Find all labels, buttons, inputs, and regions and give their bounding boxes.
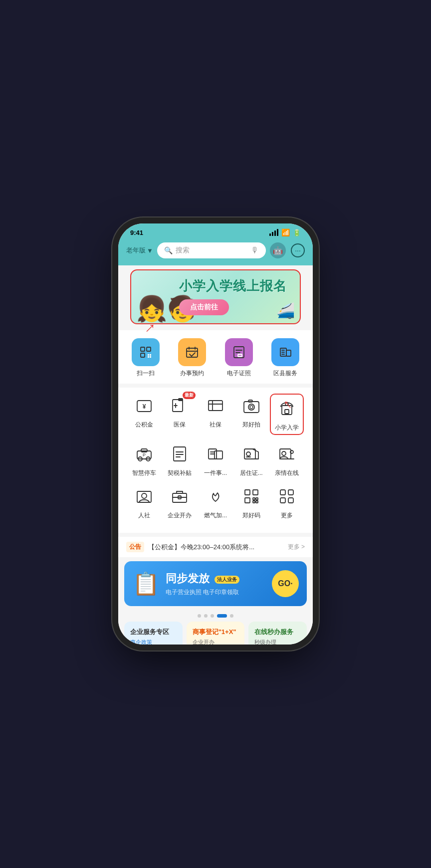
school-enrollment-banner[interactable]: 👧🧒 小学入学线上报名 点击前往 🚄 (130, 269, 301, 324)
service-item-residence[interactable]: 居住证... (234, 442, 268, 477)
svg-rect-62 (253, 490, 258, 495)
medical-label: 医保 (174, 421, 186, 429)
notice-more[interactable]: 更多 > (288, 543, 305, 551)
more-grid-svg (278, 487, 296, 505)
banner-button[interactable]: 点击前往 (179, 299, 229, 315)
card-enterprise[interactable]: 企业服务专区 惠企政策 🏢 (124, 622, 183, 645)
card-enterprise-title: 企业服务专区 (130, 628, 177, 637)
promo-content: 同步发放 法人业务 电子营业执照 电子印章领取 (166, 571, 266, 597)
service-item-biz[interactable]: 企业开办 (163, 484, 197, 520)
notice-bar[interactable]: 公告 【公积金】今晚23:00–24:00系统将... 更多 > (118, 537, 313, 557)
social-label: 社保 (210, 421, 221, 429)
gas-label: 燃气加... (204, 511, 227, 520)
scan-label: 扫一扫 (137, 369, 155, 378)
service-item-fund[interactable]: ¥ 公积金 (127, 394, 161, 435)
fund-icon: ¥ (132, 394, 156, 418)
svg-point-57 (142, 493, 147, 498)
service-item-parking[interactable]: P 智慧停车 (127, 442, 161, 477)
time: 9:41 (130, 229, 143, 236)
service-item-social[interactable]: 社保 (199, 394, 232, 435)
ecert-icon (231, 344, 247, 360)
dot-2[interactable] (204, 614, 208, 618)
quick-item-scan[interactable]: 扫一扫 ↑ (132, 338, 160, 378)
service-row-3: 人社 企业开办 (126, 484, 305, 520)
quick-item-ecert[interactable]: 电子证照 (225, 338, 253, 378)
social-icon (204, 394, 227, 418)
service-item-family[interactable]: 亲情在线 (270, 442, 304, 477)
svg-rect-16 (286, 350, 291, 356)
card-commerce[interactable]: 商事登记"1+X" 企业开办 📝 (187, 622, 245, 645)
ai-button[interactable]: 🤖 (270, 242, 286, 258)
appointment-icon (184, 344, 200, 360)
status-bar: 9:41 📶 🔋 (118, 223, 313, 239)
new-badge: 最新 (183, 392, 196, 399)
biz-svg (171, 487, 189, 505)
svg-point-50 (246, 452, 250, 456)
version-selector[interactable]: 老年版 ▼ (126, 246, 153, 255)
qrcode-icon (239, 484, 263, 508)
svg-point-30 (248, 404, 254, 410)
service-grid: ¥ 公积金 最新 (118, 388, 313, 533)
service-row-2: P 智慧停车 契税补贴 (126, 442, 305, 477)
service-item-more[interactable]: 更多 (270, 484, 304, 520)
medical-svg (171, 397, 189, 415)
residence-label: 居住证... (240, 469, 263, 477)
search-bar[interactable]: 🔍 搜索 🎙 (157, 242, 266, 258)
app-header: 老年版 ▼ 🔍 搜索 🎙 🤖 ··· (118, 239, 313, 265)
district-icon (277, 344, 293, 360)
svg-rect-46 (215, 451, 222, 459)
card-enterprise-sub: 惠企政策 (130, 639, 177, 645)
dot-4-active[interactable] (217, 614, 227, 618)
more-label: 更多 (281, 511, 293, 520)
service-item-tax[interactable]: 契税补贴 (163, 442, 197, 477)
svg-rect-70 (280, 498, 285, 503)
card-commerce-sub: 企业开办 (193, 639, 239, 645)
service-item-medical[interactable]: 最新 医保 (163, 394, 197, 435)
svg-rect-64 (253, 498, 255, 500)
svg-rect-68 (280, 490, 285, 495)
microphone-icon[interactable]: 🎙 (251, 246, 259, 255)
card-commerce-title: 商事登记"1+X" (193, 628, 239, 637)
service-item-hr[interactable]: 人社 (127, 484, 161, 520)
promo-go-button[interactable]: GO· (272, 570, 299, 597)
biz-icon (168, 484, 192, 508)
scan-icon (138, 344, 154, 360)
svg-rect-63 (245, 498, 250, 503)
more-grid-icon (275, 484, 299, 508)
promo-tag: 法人业务 (215, 576, 239, 584)
service-item-gas[interactable]: 燃气加... (199, 484, 232, 520)
family-label: 亲情在线 (275, 469, 299, 477)
promo-title-row: 同步发放 法人业务 (166, 571, 266, 586)
parking-svg: P (135, 445, 153, 463)
more-button[interactable]: ··· (291, 243, 305, 257)
svg-rect-69 (288, 490, 293, 495)
card-online[interactable]: 在线秒办服务 秒级办理 ⚡ (248, 622, 307, 645)
ecert-icon-box (225, 338, 253, 366)
social-svg (207, 397, 224, 415)
svg-rect-29 (244, 402, 259, 413)
svg-rect-67 (256, 501, 258, 503)
qrcode-svg (242, 487, 260, 505)
svg-point-53 (282, 451, 286, 455)
residence-svg (242, 445, 260, 463)
appointment-icon-box (178, 338, 206, 366)
status-icons: 📶 🔋 (269, 228, 301, 236)
biz-label: 企业开办 (168, 511, 192, 520)
hr-svg (135, 487, 153, 505)
family-icon (275, 442, 299, 466)
svg-rect-3 (148, 354, 149, 356)
service-item-photo[interactable]: 郑好拍 (234, 394, 268, 435)
quick-item-district[interactable]: 区县服务 (271, 338, 299, 378)
svg-rect-2 (141, 353, 145, 357)
svg-rect-41 (174, 447, 186, 461)
promo-banner[interactable]: 📋 同步发放 法人业务 电子营业执照 电子印章领取 GO· (124, 561, 307, 606)
service-item-onething[interactable]: 一件事... (199, 442, 232, 477)
quick-icons-row: 扫一扫 ↑ 办事预约 (118, 330, 313, 384)
service-item-qrcode[interactable]: 郑好码 (234, 484, 268, 520)
dot-1[interactable] (198, 614, 201, 618)
dot-3[interactable] (211, 614, 214, 618)
dot-5[interactable] (230, 614, 233, 618)
quick-item-appointment[interactable]: 办事预约 (178, 338, 206, 378)
school-label: 小学入学 (275, 424, 299, 432)
tax-label: 契税补贴 (168, 469, 192, 477)
